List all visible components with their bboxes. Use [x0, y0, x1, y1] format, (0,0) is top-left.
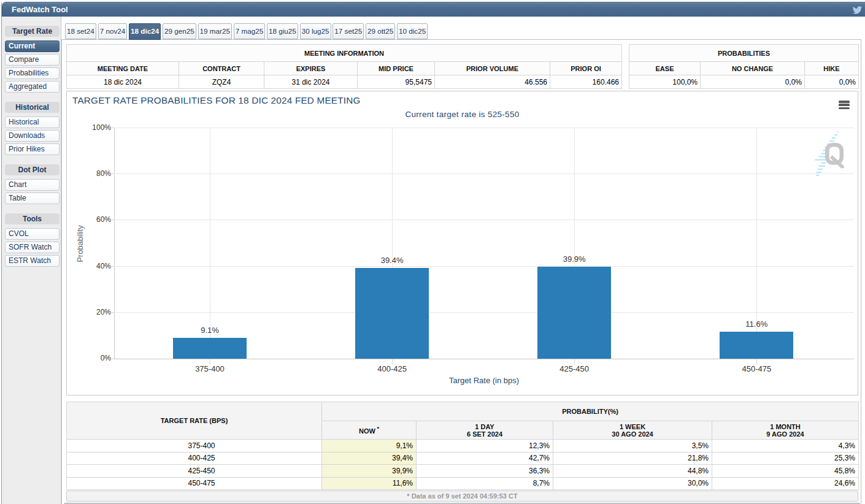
sidebar-item-downloads[interactable]: Downloads	[5, 130, 60, 142]
week-cell-400-425: 21,8%	[553, 452, 712, 465]
app-header: FedWatch Tool	[2, 2, 865, 17]
cell-prior-volume: 46.556	[435, 75, 550, 89]
tab-18-giu25[interactable]: 18 giu25	[267, 23, 298, 39]
month-cell-450-475: 24,6%	[712, 477, 859, 490]
tab-17-set25[interactable]: 17 set25	[333, 23, 364, 39]
column-header-prior-volume: PRIOR VOLUME	[435, 62, 550, 75]
x-category-375-400: 375-400	[148, 364, 271, 373]
chart-title: TARGET RATE PROBABILITIES FOR 18 DIC 202…	[72, 95, 361, 106]
bar-375-400[interactable]	[173, 338, 247, 359]
y-tick-40: 40%	[74, 262, 111, 270]
x-category-400-425: 400-425	[331, 364, 453, 373]
sidebar-item-chart[interactable]: Chart	[5, 179, 60, 191]
tab-19-mar25[interactable]: 19 mar25	[198, 23, 232, 39]
probabilities-caption: PROBABILITIES	[629, 44, 859, 61]
day-cell-450-475: 8,7%	[417, 477, 553, 490]
column-header-1-week: 1 WEEK30 AGO 2024	[553, 421, 712, 440]
now-cell-400-425: 39,4%	[322, 452, 417, 465]
column-header-expires: EXPIRES	[264, 62, 358, 75]
rate-cell-450-475: 450-475	[67, 477, 322, 490]
bar-425-450[interactable]	[537, 267, 611, 359]
cell-expires: 31 dic 2024	[264, 75, 358, 89]
tab-18-dic24[interactable]: 18 dic24	[129, 23, 161, 40]
bar-value-label-450-475: 11.6%	[720, 319, 793, 329]
sidebar-group-header-target-rate: Target Rate	[5, 26, 60, 37]
gridline-40	[114, 266, 854, 267]
y-tickmark-80	[110, 174, 114, 174]
probabilities-summary-table: PROBABILITIES EASENO CHANGEHIKE 100,0%0,…	[629, 44, 859, 89]
probability-row-400-425: 400-42539,4%42,7%21,8%25,3%	[67, 452, 859, 465]
tab-29-gen25[interactable]: 29 gen25	[163, 23, 196, 39]
tab-29-ott25[interactable]: 29 ott25	[366, 23, 395, 39]
column-header-meeting-date: MEETING DATE	[67, 62, 179, 75]
now-cell-450-475: 11,6%	[322, 477, 417, 490]
column-header-hike: HIKE	[805, 62, 859, 75]
y-tickmark-20	[110, 312, 114, 313]
sidebar-item-estr-watch[interactable]: ESTR Watch	[5, 255, 60, 267]
sidebar-group-header-tools: Tools	[5, 213, 60, 224]
sidebar-item-historical[interactable]: Historical	[5, 116, 60, 128]
sidebar: Target RateCurrentCompareProbabilitiesAg…	[2, 17, 61, 504]
sidebar-item-table[interactable]: Table	[5, 193, 60, 204]
column-header-now: NOW *	[322, 421, 417, 440]
chart-plot-area: Probability Target Rate (in bps) 0%20%40…	[114, 128, 854, 359]
meeting-tabs: 18 set247 nov2418 dic2429 gen2519 mar257…	[65, 23, 429, 39]
y-tickmark-0	[110, 359, 114, 359]
y-axis-title: Probability	[75, 220, 85, 269]
sidebar-group-header-historical: Historical	[5, 102, 60, 113]
probability-group-header: PROBABILITY(%)	[322, 402, 859, 421]
bar-400-425[interactable]	[355, 268, 429, 359]
month-cell-375-400: 4,3%	[712, 440, 859, 452]
data-asof-footnote: * Data as of 9 set 2024 04:59:53 CT	[66, 491, 858, 502]
sidebar-item-probabilities[interactable]: Probabilities	[5, 67, 60, 79]
app-title: FedWatch Tool	[12, 5, 68, 14]
now-cell-375-400: 9,1%	[322, 440, 417, 452]
meeting-information-table: MEETING INFORMATION MEETING DATECONTRACT…	[66, 44, 622, 89]
chart-subtitle: Current target rate is 525-550	[67, 110, 858, 119]
twitter-icon[interactable]	[852, 5, 863, 15]
sidebar-item-cvol[interactable]: CVOL	[5, 228, 60, 240]
column-header-prior-oi: PRIOR OI	[550, 62, 622, 75]
cell-prior-oi: 160.466	[550, 75, 622, 89]
meeting-information-caption: MEETING INFORMATION	[66, 44, 622, 61]
column-header-1-month: 1 MONTH9 AGO 2024	[712, 421, 859, 440]
gridline-100	[114, 128, 854, 128]
tab-7-mag25[interactable]: 7 mag25	[234, 23, 265, 39]
tab-10-dic25[interactable]: 10 dic25	[397, 23, 428, 39]
y-axis-line	[114, 128, 115, 359]
gridline-20	[114, 312, 854, 313]
y-tick-20: 20%	[74, 308, 111, 316]
chart-menu-icon[interactable]	[839, 101, 850, 110]
x-axis-title: Target Rate (in bps)	[114, 376, 854, 385]
quikstrike-watermark	[814, 131, 845, 176]
week-cell-425-450: 44,8%	[553, 465, 712, 478]
now-cell-425-450: 39,9%	[322, 465, 417, 478]
day-cell-425-450: 36,3%	[417, 465, 553, 478]
gridline-60	[114, 220, 854, 220]
y-tick-100: 100%	[74, 123, 111, 132]
day-cell-375-400: 12,3%	[417, 440, 553, 452]
bar-450-475[interactable]	[720, 332, 793, 359]
sidebar-item-aggregated[interactable]: Aggregated	[5, 81, 60, 93]
x-axis-line	[114, 359, 854, 359]
column-header-no-change: NO CHANGE	[701, 62, 805, 75]
sidebar-item-current[interactable]: Current	[5, 40, 60, 52]
cell-no-change: 0,0%	[701, 75, 805, 89]
y-tickmark-60	[110, 220, 114, 220]
month-cell-400-425: 25,3%	[712, 452, 859, 465]
gridline-80	[114, 174, 854, 174]
y-tick-80: 80%	[74, 169, 111, 178]
column-header-1-day: 1 DAY6 SET 2024	[417, 421, 553, 440]
y-tickmark-100	[110, 128, 114, 128]
x-category-425-450: 425-450	[513, 364, 636, 373]
cell-hike: 0,0%	[805, 75, 859, 89]
rate-cell-400-425: 400-425	[67, 452, 322, 465]
sidebar-item-sofr-watch[interactable]: SOFR Watch	[5, 242, 60, 253]
y-tickmark-40	[110, 266, 114, 267]
tab-18-set24[interactable]: 18 set24	[65, 23, 96, 39]
tab-30-lug25[interactable]: 30 lug25	[300, 23, 331, 39]
column-header-contract: CONTRACT	[179, 62, 264, 75]
sidebar-item-prior-hikes[interactable]: Prior Hikes	[5, 143, 60, 155]
sidebar-item-compare[interactable]: Compare	[5, 54, 60, 66]
tab-7-nov24[interactable]: 7 nov24	[98, 23, 128, 39]
